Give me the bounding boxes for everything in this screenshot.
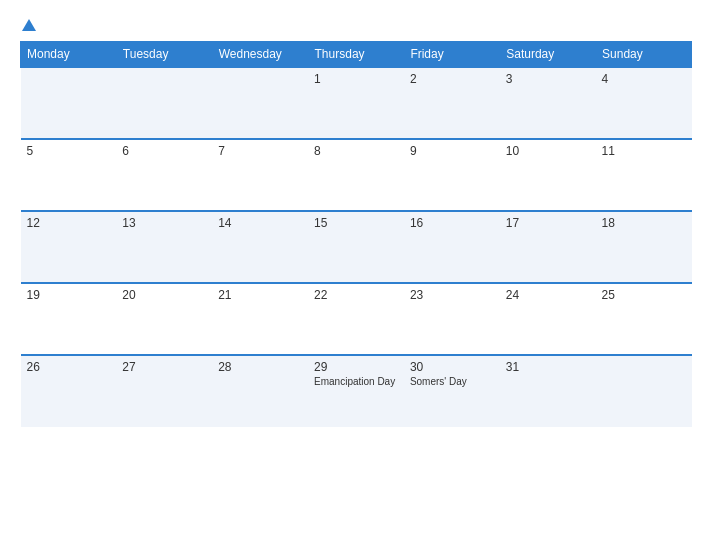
calendar-cell xyxy=(596,355,692,427)
day-number: 1 xyxy=(314,72,398,86)
calendar-cell: 19 xyxy=(21,283,117,355)
calendar-cell: 1 xyxy=(308,67,404,139)
day-number: 15 xyxy=(314,216,398,230)
day-number: 7 xyxy=(218,144,302,158)
day-number: 25 xyxy=(602,288,686,302)
day-event: Emancipation Day xyxy=(314,376,398,387)
day-number: 4 xyxy=(602,72,686,86)
day-number: 30 xyxy=(410,360,494,374)
day-number: 28 xyxy=(218,360,302,374)
day-number: 24 xyxy=(506,288,590,302)
day-number: 16 xyxy=(410,216,494,230)
calendar-cell: 26 xyxy=(21,355,117,427)
day-number: 14 xyxy=(218,216,302,230)
day-number: 31 xyxy=(506,360,590,374)
day-number: 20 xyxy=(122,288,206,302)
calendar-cell: 4 xyxy=(596,67,692,139)
calendar-cell: 20 xyxy=(116,283,212,355)
logo xyxy=(20,18,36,31)
day-number: 10 xyxy=(506,144,590,158)
calendar-cell: 23 xyxy=(404,283,500,355)
weekday-header-thursday: Thursday xyxy=(308,42,404,68)
calendar-cell: 21 xyxy=(212,283,308,355)
calendar-cell: 5 xyxy=(21,139,117,211)
calendar-cell: 25 xyxy=(596,283,692,355)
week-row-1: 1234 xyxy=(21,67,692,139)
day-number: 13 xyxy=(122,216,206,230)
calendar-cell: 28 xyxy=(212,355,308,427)
calendar-cell: 27 xyxy=(116,355,212,427)
calendar-table: MondayTuesdayWednesdayThursdayFridaySatu… xyxy=(20,41,692,427)
weekday-header-friday: Friday xyxy=(404,42,500,68)
week-row-3: 12131415161718 xyxy=(21,211,692,283)
calendar-cell xyxy=(212,67,308,139)
calendar-cell: 14 xyxy=(212,211,308,283)
calendar-cell: 7 xyxy=(212,139,308,211)
calendar-cell xyxy=(116,67,212,139)
calendar-cell: 12 xyxy=(21,211,117,283)
day-event: Somers' Day xyxy=(410,376,494,387)
calendar-cell: 16 xyxy=(404,211,500,283)
calendar-cell: 9 xyxy=(404,139,500,211)
calendar-cell: 8 xyxy=(308,139,404,211)
weekday-header-row: MondayTuesdayWednesdayThursdayFridaySatu… xyxy=(21,42,692,68)
calendar-cell: 17 xyxy=(500,211,596,283)
day-number: 2 xyxy=(410,72,494,86)
calendar-cell: 30Somers' Day xyxy=(404,355,500,427)
day-number: 22 xyxy=(314,288,398,302)
day-number: 18 xyxy=(602,216,686,230)
calendar-cell: 15 xyxy=(308,211,404,283)
weekday-header-wednesday: Wednesday xyxy=(212,42,308,68)
week-row-5: 26272829Emancipation Day30Somers' Day31 xyxy=(21,355,692,427)
day-number: 19 xyxy=(27,288,111,302)
weekday-header-tuesday: Tuesday xyxy=(116,42,212,68)
calendar-cell: 18 xyxy=(596,211,692,283)
day-number: 3 xyxy=(506,72,590,86)
day-number: 6 xyxy=(122,144,206,158)
day-number: 26 xyxy=(27,360,111,374)
weekday-header-saturday: Saturday xyxy=(500,42,596,68)
calendar-cell: 22 xyxy=(308,283,404,355)
day-number: 8 xyxy=(314,144,398,158)
weekday-header-sunday: Sunday xyxy=(596,42,692,68)
day-number: 23 xyxy=(410,288,494,302)
week-row-2: 567891011 xyxy=(21,139,692,211)
calendar-cell: 29Emancipation Day xyxy=(308,355,404,427)
day-number: 27 xyxy=(122,360,206,374)
calendar-cell: 24 xyxy=(500,283,596,355)
day-number: 5 xyxy=(27,144,111,158)
day-number: 21 xyxy=(218,288,302,302)
weekday-header-monday: Monday xyxy=(21,42,117,68)
calendar-cell: 6 xyxy=(116,139,212,211)
day-number: 11 xyxy=(602,144,686,158)
day-number: 12 xyxy=(27,216,111,230)
day-number: 17 xyxy=(506,216,590,230)
calendar-cell: 10 xyxy=(500,139,596,211)
calendar-cell: 3 xyxy=(500,67,596,139)
calendar-cell xyxy=(21,67,117,139)
calendar-page: MondayTuesdayWednesdayThursdayFridaySatu… xyxy=(0,0,712,550)
day-number: 9 xyxy=(410,144,494,158)
calendar-header xyxy=(20,18,692,31)
calendar-cell: 13 xyxy=(116,211,212,283)
day-number: 29 xyxy=(314,360,398,374)
week-row-4: 19202122232425 xyxy=(21,283,692,355)
calendar-cell: 2 xyxy=(404,67,500,139)
calendar-cell: 11 xyxy=(596,139,692,211)
logo-triangle-icon xyxy=(22,19,36,31)
calendar-cell: 31 xyxy=(500,355,596,427)
